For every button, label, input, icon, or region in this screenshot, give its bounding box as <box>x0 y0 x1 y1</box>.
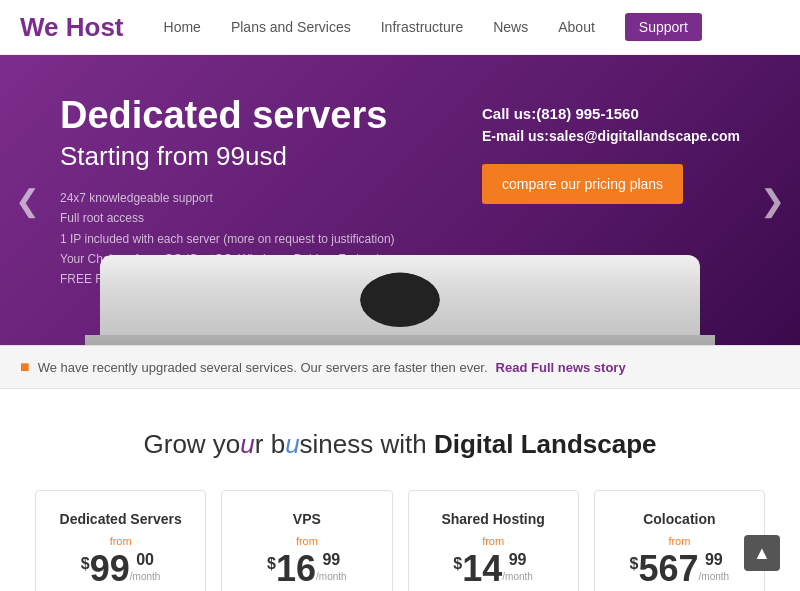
pricing-card-vps[interactable]: VPS from $ 16 99 /month <box>221 490 392 591</box>
vps-dollar: $ <box>267 555 276 573</box>
nav-support[interactable]: Support <box>625 13 702 41</box>
colocation-price-row: $ 567 99 /month <box>605 551 754 587</box>
vps-price-main: 16 <box>276 551 316 587</box>
vps-from: from <box>232 535 381 547</box>
shared-per-month: /month <box>502 571 533 582</box>
colocation-title: Colocation <box>605 511 754 527</box>
grow-middle: r b <box>255 429 285 459</box>
colocation-from: from <box>605 535 754 547</box>
vps-title: VPS <box>232 511 381 527</box>
news-text: We have recently upgraded several servic… <box>38 360 488 375</box>
hero-subheading: Starting from 99usd <box>60 141 442 172</box>
colocation-price-main: 567 <box>639 551 699 587</box>
colocation-per-month: /month <box>699 571 730 582</box>
scroll-to-top-button[interactable]: ▲ <box>744 535 780 571</box>
grow-title: Grow your business with Digital Landscap… <box>20 429 780 460</box>
colocation-dollar: $ <box>630 555 639 573</box>
hero-section: ❮ Dedicated servers Starting from 99usd … <box>0 55 800 345</box>
dedicated-per-month: /month <box>130 571 161 582</box>
hero-contact: Call us:(818) 995-1560 E-mail us:sales@d… <box>482 95 740 204</box>
mac-body <box>100 255 700 345</box>
hero-next-arrow[interactable]: ❯ <box>760 183 785 218</box>
mac-base <box>85 335 715 345</box>
news-bar: ■ We have recently upgraded several serv… <box>0 345 800 389</box>
shared-title: Shared Hosting <box>419 511 568 527</box>
dedicated-title: Dedicated Servers <box>46 511 195 527</box>
vps-price-row: $ 16 99 /month <box>232 551 381 587</box>
grow-prefix: Grow yo <box>144 429 241 459</box>
pricing-cards: Dedicated Servers from $ 99 00 /month VP… <box>20 490 780 591</box>
grow-highlight-y: u <box>240 429 254 459</box>
nav-about[interactable]: About <box>558 19 595 35</box>
mac-mini-illustration <box>60 215 740 345</box>
vps-price-right: 99 /month <box>316 551 347 582</box>
hero-bullet-1: 24x7 knowledgeable support <box>60 188 442 208</box>
phone-number: (818) 995-1560 <box>536 105 639 122</box>
shared-cents: 99 <box>509 551 527 568</box>
nav-plans-services[interactable]: Plans and Services <box>231 19 351 35</box>
phone-label: Call us: <box>482 105 536 122</box>
rss-icon: ■ <box>20 358 30 376</box>
dedicated-from: from <box>46 535 195 547</box>
email-address: sales@digitallandscape.com <box>549 128 740 144</box>
grow-suffix: siness with <box>300 429 427 459</box>
pricing-card-dedicated[interactable]: Dedicated Servers from $ 99 00 /month <box>35 490 206 591</box>
nav-news[interactable]: News <box>493 19 528 35</box>
news-read-more-link[interactable]: Read Full news story <box>496 360 626 375</box>
shared-from: from <box>419 535 568 547</box>
vps-per-month: /month <box>316 571 347 582</box>
mac-logo <box>365 273 435 323</box>
email-label: E-mail us: <box>482 128 549 144</box>
pricing-card-shared[interactable]: Shared Hosting from $ 14 99 /month <box>408 490 579 591</box>
nav-links: Home Plans and Services Infrastructure N… <box>164 13 780 41</box>
shared-price-row: $ 14 99 /month <box>419 551 568 587</box>
compare-plans-button[interactable]: compare our pricing plans <box>482 164 683 204</box>
hero-prev-arrow[interactable]: ❮ <box>15 183 40 218</box>
colocation-cents: 99 <box>705 551 723 568</box>
pricing-card-colocation[interactable]: Colocation from $ 567 99 /month <box>594 490 765 591</box>
hero-heading: Dedicated servers <box>60 95 442 137</box>
logo: We Host <box>20 12 124 43</box>
nav-home[interactable]: Home <box>164 19 201 35</box>
grow-section: Grow your business with Digital Landscap… <box>0 389 800 591</box>
shared-price-main: 14 <box>462 551 502 587</box>
hero-phone: Call us:(818) 995-1560 <box>482 105 740 122</box>
dedicated-price-right: 00 /month <box>130 551 161 582</box>
dedicated-cents: 00 <box>136 551 154 568</box>
shared-dollar: $ <box>453 555 462 573</box>
dedicated-price-row: $ 99 00 /month <box>46 551 195 587</box>
grow-highlight-b: u <box>285 429 299 459</box>
navbar: We Host Home Plans and Services Infrastr… <box>0 0 800 55</box>
hero-email: E-mail us:sales@digitallandscape.com <box>482 128 740 144</box>
colocation-price-right: 99 /month <box>699 551 730 582</box>
nav-infrastructure[interactable]: Infrastructure <box>381 19 463 35</box>
dedicated-price-main: 99 <box>90 551 130 587</box>
vps-cents: 99 <box>322 551 340 568</box>
grow-brand: Digital Landscape <box>434 429 657 459</box>
dedicated-dollar: $ <box>81 555 90 573</box>
shared-price-right: 99 /month <box>502 551 533 582</box>
